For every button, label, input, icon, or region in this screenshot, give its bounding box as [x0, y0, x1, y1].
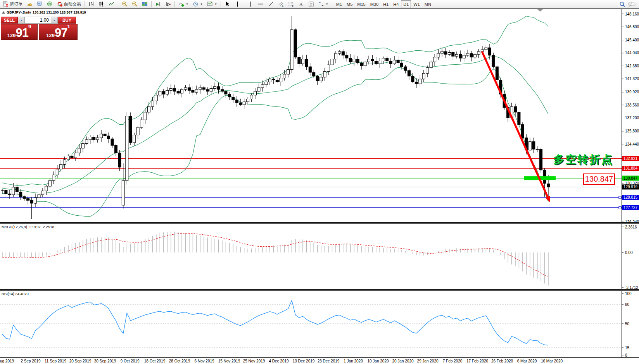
crosshair-icon — [235, 1, 240, 7]
date-label: 15 Nov 2019 — [218, 359, 240, 363]
ask-pip-digit: 1 — [67, 24, 70, 29]
chart-shift-button[interactable] — [163, 0, 173, 9]
date-label: 2 Sep 2019 — [21, 359, 40, 363]
svg-text:50: 50 — [625, 322, 630, 326]
trendline-tool-button[interactable] — [266, 0, 276, 9]
autotrading-button[interactable]: 自动交易 — [55, 0, 83, 9]
svg-text:A: A — [299, 2, 303, 7]
volume-input[interactable] — [25, 17, 51, 24]
gold-icon — [27, 1, 33, 7]
date-label: 20 Sep 2019 — [69, 359, 92, 363]
bid-price-box[interactable]: 129 91 9 — [1, 24, 38, 40]
fibonacci-icon: F — [288, 1, 294, 7]
date-label: 6 Mar 2020 — [517, 359, 537, 363]
autotrading-label: 自动交易 — [64, 1, 81, 7]
bid-prefix: 129 — [7, 33, 16, 38]
gold-button[interactable] — [25, 0, 35, 9]
svg-text:137.200: 137.200 — [625, 116, 639, 120]
arrows-tool-button[interactable]: ▼ — [316, 0, 330, 9]
bar-chart-icon — [88, 1, 94, 7]
strategy-tester-button[interactable] — [45, 0, 55, 9]
horizontal-line-tool-button[interactable] — [256, 0, 266, 9]
cursor-icon — [225, 1, 230, 7]
auto-scroll-button[interactable] — [153, 0, 163, 9]
zoom-in-button[interactable] — [120, 0, 130, 9]
bar-chart-type-button[interactable] — [86, 0, 96, 9]
svg-text:142.680: 142.680 — [625, 64, 639, 68]
timeframe-bar: M1M5M15M30H1H4D1W1MN — [334, 0, 433, 8]
timeframe-D1[interactable]: D1 — [401, 0, 411, 8]
autotrading-icon — [57, 1, 63, 7]
templates-button[interactable]: ▼ — [205, 0, 219, 9]
chat-icon[interactable] — [627, 1, 636, 7]
timeframe-W1[interactable]: W1 — [411, 0, 422, 8]
svg-text:127.737: 127.737 — [623, 206, 638, 210]
indicators-button[interactable]: ▼ — [176, 0, 190, 9]
channel-tool-button[interactable]: E — [276, 0, 286, 9]
svg-text:E: E — [282, 5, 283, 7]
line-chart-type-button[interactable] — [107, 0, 116, 9]
horizontal-line-icon — [258, 1, 264, 7]
toolbar-separator — [244, 1, 244, 7]
crosshair-tool-button[interactable] — [233, 0, 242, 9]
zoom-in-icon — [122, 1, 128, 7]
terminal-window: 新订单 自动交易 ▼ ▼ ▼ E F A T ▼ — [0, 0, 639, 364]
rsi-indicator-panel[interactable]: 1008050150 — [0, 291, 639, 357]
svg-text:129.919: 129.919 — [623, 185, 638, 189]
date-label: 16 Mar 2020 — [541, 359, 563, 363]
timeframe-M15[interactable]: M15 — [355, 0, 368, 8]
date-label: 29 Jan 2020 — [417, 359, 438, 363]
ask-big-digits: 97 — [55, 27, 67, 38]
new-order-button[interactable]: 新订单 — [1, 0, 24, 9]
sell-button[interactable]: SELL — [1, 17, 18, 24]
equidistant-channel-icon: E — [278, 1, 284, 7]
one-click-trading-panel: SELL ▼ ▲ BUY 129 91 9 129 97 1 — [1, 17, 78, 40]
periods-button[interactable]: ▼ — [191, 0, 205, 9]
timeframe-H4[interactable]: H4 — [391, 0, 401, 8]
ask-price-box[interactable]: 129 97 1 — [39, 24, 78, 40]
svg-text:145.400: 145.400 — [625, 38, 639, 42]
cursor-tool-button[interactable] — [223, 0, 232, 9]
toolbar-separator — [174, 1, 175, 7]
date-axis[interactable]: 22 Aug 20192 Sep 201911 Sep 201920 Sep 2… — [0, 357, 639, 364]
text-label-tool-button[interactable]: T — [306, 0, 316, 9]
volume-increase-button[interactable]: ▲ — [51, 17, 58, 24]
text-tool-button[interactable]: A — [296, 0, 306, 9]
date-label: 9 Oct 2019 — [121, 359, 140, 363]
macd-label: MACD(12,26,9) -2.9197 -2.2518 — [2, 225, 54, 229]
dropdown-arrow-icon: ▼ — [326, 3, 328, 5]
main-price-chart[interactable]: 148.160146.800145.400144.040142.680141.3… — [0, 9, 639, 222]
indicators-add-icon — [178, 1, 184, 7]
timeframe-M30[interactable]: M30 — [368, 0, 381, 8]
svg-text:0: 0 — [625, 353, 627, 357]
vertical-line-tool-button[interactable] — [246, 0, 256, 9]
new-order-icon — [3, 1, 9, 7]
tile-windows-button[interactable] — [140, 0, 150, 9]
search-icon[interactable] — [619, 1, 625, 7]
text-label-icon: T — [308, 1, 314, 7]
macd-indicator-panel[interactable]: 2.36160.00-3.1712 — [0, 224, 639, 289]
svg-text:146.800: 146.800 — [625, 25, 639, 29]
fibonacci-tool-button[interactable]: F — [286, 0, 296, 9]
date-label: 4 Dec 2019 — [269, 359, 288, 363]
market-watch-button[interactable] — [35, 0, 45, 9]
tile-windows-icon — [142, 1, 148, 7]
zoom-out-button[interactable] — [130, 0, 140, 9]
date-label: 22 Aug 2019 — [0, 359, 14, 363]
chart-title: GBPJPY-,Daily 130.262 131.200 128.567 12… — [2, 10, 86, 14]
volume-decrease-button[interactable]: ▼ — [18, 17, 25, 24]
timeframe-MN[interactable]: MN — [422, 0, 433, 8]
new-order-label: 新订单 — [10, 1, 22, 7]
rsi-label: RSI(14) 24.4070 — [2, 292, 29, 296]
date-label: 13 Dec 2019 — [293, 359, 315, 363]
timeframe-M1[interactable]: M1 — [334, 0, 344, 8]
toolbar-separator — [85, 1, 85, 7]
candlestick-icon — [98, 1, 104, 7]
candlestick-chart-type-button[interactable] — [97, 0, 106, 9]
timeframe-M5[interactable]: M5 — [344, 0, 355, 8]
svg-text:141.320: 141.320 — [625, 77, 639, 81]
date-label: 28 Oct 2019 — [169, 359, 190, 363]
timeframe-H1[interactable]: H1 — [381, 0, 391, 8]
buy-button[interactable]: BUY — [58, 17, 76, 24]
bid-big-digits: 91 — [16, 27, 28, 38]
